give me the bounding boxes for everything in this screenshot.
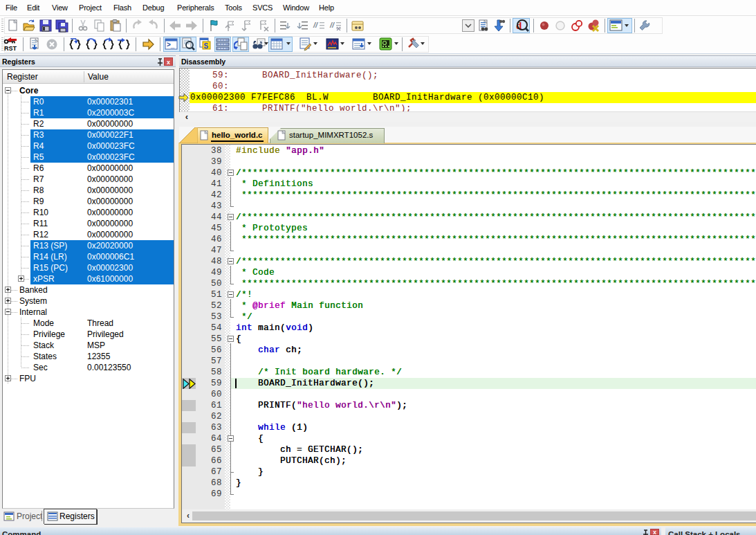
svg-text://: //	[329, 21, 335, 29]
svg-text://: //	[313, 21, 319, 29]
svg-text:>_: >_	[167, 41, 175, 48]
svg-text:S: S	[204, 42, 209, 50]
svg-text:RST: RST	[4, 45, 17, 51]
